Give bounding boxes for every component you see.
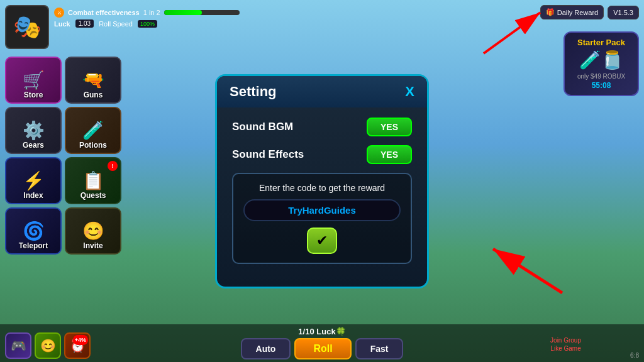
modal-close-button[interactable]: X	[405, 84, 414, 100]
sound-effects-row: Sound Effects YES	[232, 145, 412, 164]
modal-body: Sound BGM YES Sound Effects YES Enter th…	[217, 107, 427, 274]
sound-bgm-row: Sound BGM YES	[232, 118, 412, 136]
code-section: Enter the code to get the reward ✔	[232, 173, 412, 264]
code-input[interactable]	[243, 199, 401, 221]
settings-modal: Setting X Sound BGM YES Sound Effects YE…	[215, 74, 429, 288]
submit-code-button[interactable]: ✔	[307, 228, 337, 254]
checkmark-icon: ✔	[316, 233, 328, 249]
sound-bgm-label: Sound BGM	[232, 121, 293, 133]
code-section-label: Enter the code to get the reward	[243, 183, 401, 193]
modal-title: Setting	[230, 84, 277, 100]
modal-header: Setting X	[217, 76, 427, 107]
sound-effects-label: Sound Effects	[232, 148, 304, 161]
modal-overlay: Setting X Sound BGM YES Sound Effects YE…	[0, 0, 644, 362]
sound-bgm-toggle[interactable]: YES	[367, 118, 412, 136]
sound-effects-toggle[interactable]: YES	[367, 145, 412, 164]
